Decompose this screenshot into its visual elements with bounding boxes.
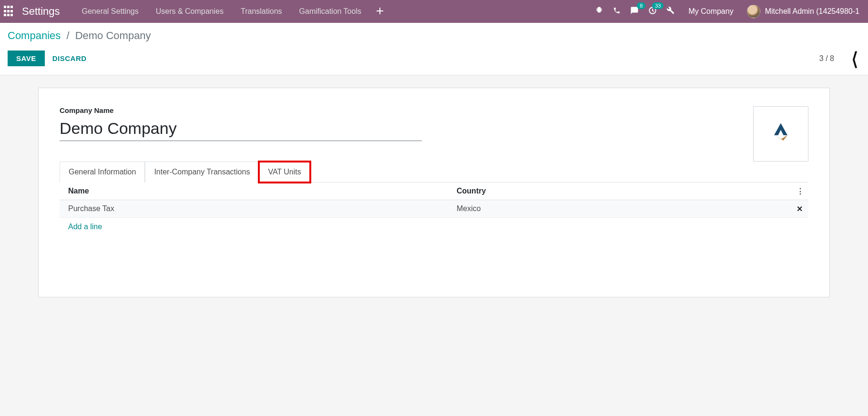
user-avatar	[747, 5, 760, 18]
company-switcher[interactable]: My Company	[684, 7, 737, 16]
company-name-input[interactable]	[60, 118, 422, 141]
user-name: Mitchell Admin (14254980-1	[765, 7, 859, 16]
table-header-row: Name Country ⋮	[60, 183, 808, 200]
top-navbar: Settings General Settings Users & Compan…	[0, 0, 868, 23]
activities-badge: 33	[652, 2, 664, 9]
nav-general-settings[interactable]: General Settings	[73, 0, 147, 22]
tools-icon[interactable]	[666, 6, 675, 17]
app-title[interactable]: Settings	[22, 5, 60, 18]
nav-right: 8 33 My Company Mitchell Admin (14254980…	[595, 5, 864, 18]
add-line-link[interactable]: Add a line	[60, 218, 808, 260]
form-sheet: Company Name General Information Inter-C…	[38, 88, 830, 297]
nav-gamification-tools[interactable]: Gamification Tools	[291, 0, 370, 22]
user-menu[interactable]: Mitchell Admin (14254980-1	[747, 5, 859, 18]
cell-country[interactable]: Mexico	[457, 204, 800, 213]
tabs: General Information Inter-Company Transa…	[60, 161, 808, 183]
pager-text[interactable]: 3 / 8	[819, 54, 834, 63]
nav-links: General Settings Users & Companies Trans…	[73, 0, 595, 22]
activities-icon[interactable]: 33	[648, 6, 657, 17]
table-row[interactable]: Purchase Tax Mexico ✕	[60, 200, 808, 218]
nav-add-icon[interactable]	[370, 7, 390, 17]
actions-row: SAVE DISCARD 3 / 8 ❮	[8, 51, 860, 66]
tab-vat-units[interactable]: VAT Units	[259, 162, 310, 183]
control-bar: Companies / Demo Company SAVE DISCARD 3 …	[0, 23, 868, 75]
cell-name[interactable]: Purchase Tax	[68, 204, 457, 213]
messages-icon[interactable]: 8	[630, 6, 639, 17]
sheet-wrap: Company Name General Information Inter-C…	[0, 75, 868, 310]
save-button[interactable]: SAVE	[8, 51, 45, 66]
breadcrumb: Companies / Demo Company	[8, 30, 860, 42]
table-options-icon[interactable]: ⋮	[797, 187, 805, 196]
vat-units-table: Name Country ⋮ Purchase Tax Mexico ✕ Add…	[60, 183, 808, 260]
company-name-label: Company Name	[60, 106, 808, 114]
nav-translations[interactable]: Translations	[232, 0, 291, 22]
breadcrumb-parent[interactable]: Companies	[8, 30, 61, 41]
nav-users-companies[interactable]: Users & Companies	[147, 0, 232, 22]
tab-inter-company-transactions[interactable]: Inter-Company Transactions	[145, 162, 259, 183]
company-logo[interactable]	[753, 106, 808, 162]
breadcrumb-sep: /	[66, 30, 69, 41]
svg-marker-1	[774, 123, 787, 135]
col-header-country[interactable]: Country	[457, 187, 800, 195]
breadcrumb-current: Demo Company	[75, 30, 151, 41]
col-header-name[interactable]: Name	[68, 187, 457, 195]
phone-icon[interactable]	[613, 7, 621, 16]
delete-row-icon[interactable]: ✕	[797, 204, 803, 213]
svg-marker-2	[774, 135, 787, 141]
pager-next-icon[interactable]: ❮	[852, 49, 858, 68]
pager: 3 / 8 ❮	[819, 51, 860, 66]
bug-icon[interactable]	[595, 6, 603, 17]
discard-button[interactable]: DISCARD	[52, 54, 87, 62]
logo-icon	[767, 121, 794, 147]
apps-menu-icon[interactable]	[4, 6, 15, 17]
tab-general-information[interactable]: General Information	[60, 162, 145, 183]
messages-badge: 8	[637, 2, 645, 9]
